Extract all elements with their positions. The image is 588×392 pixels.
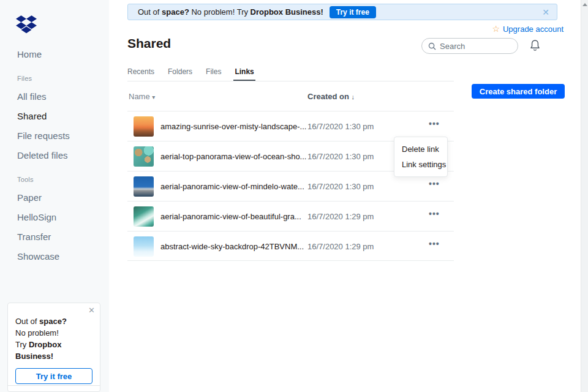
page-title: Shared	[127, 36, 171, 51]
ellipsis-menu-icon[interactable]: •••	[429, 119, 440, 129]
main-content: Out of space? No problem! Try Dropbox Bu…	[109, 0, 581, 392]
menu-item-delete-link[interactable]: Delete link	[394, 141, 447, 157]
caret-down-icon: ▾	[152, 94, 155, 100]
search-box[interactable]	[421, 38, 518, 54]
tab-recents[interactable]: Recents	[127, 67, 154, 76]
sidebar-item-file-requests[interactable]: File requests	[17, 130, 70, 141]
created-date: 16/7/2020 1:29 pm	[307, 242, 374, 251]
sidebar-item-transfer[interactable]: Transfer	[17, 232, 51, 242]
file-name[interactable]: amazing-sunrise-over-misty-landscape-...	[160, 122, 306, 131]
created-date: 16/7/2020 1:30 pm	[307, 182, 374, 191]
vertical-scrollbar[interactable]	[581, 0, 588, 392]
tab-folders[interactable]: Folders	[168, 67, 192, 76]
file-name[interactable]: abstract-wide-sky-backdrop-42TBVNM...	[160, 242, 304, 251]
table-header: Name ▾ Created on ↓	[127, 81, 454, 111]
star-icon: ☆	[492, 24, 500, 34]
beach-aerial-thumbnail	[134, 206, 154, 227]
created-date: 16/7/2020 1:30 pm	[307, 152, 374, 161]
link-context-menu: Delete link Link settings	[394, 137, 448, 177]
sidebar-item-all-files[interactable]: All files	[17, 91, 47, 102]
sidebar-section-files-label: Files	[17, 75, 32, 82]
sunset-landscape-thumbnail	[134, 116, 154, 137]
sidebar-item-showcase[interactable]: Showcase	[17, 251, 59, 262]
ellipsis-menu-icon[interactable]: •••	[429, 239, 440, 249]
ocean-shore-aerial-thumbnail	[134, 146, 154, 167]
search-icon	[428, 42, 436, 50]
sidebar-item-home[interactable]: Home	[17, 49, 42, 59]
upgrade-banner: Out of space? No problem! Try Dropbox Bu…	[127, 4, 557, 20]
file-name[interactable]: aerial-panoramic-view-of-beautiful-gra..…	[160, 212, 301, 221]
name-column-header[interactable]: Name ▾	[129, 92, 155, 101]
created-date: 16/7/2020 1:30 pm	[307, 122, 374, 131]
upgrade-account-label: Upgrade account	[503, 24, 564, 34]
sidebar-item-paper[interactable]: Paper	[17, 192, 42, 203]
sort-arrow-down-icon: ↓	[352, 93, 355, 100]
table-row[interactable]: aerial-panoramic-view-of-beautiful-gra..…	[127, 201, 454, 231]
created-date: 16/7/2020 1:29 pm	[307, 212, 374, 221]
sky-backdrop-thumbnail	[134, 236, 154, 257]
upgrade-account-link[interactable]: ☆ Upgrade account	[492, 24, 564, 34]
try-it-free-button[interactable]: Try it free	[15, 368, 92, 384]
close-icon[interactable]: ✕	[542, 7, 549, 17]
sidebar-item-deleted-files[interactable]: Deleted files	[17, 150, 68, 160]
try-it-free-banner-button[interactable]: Try it free	[330, 6, 376, 18]
shared-tabs: Recents Folders Files Links	[127, 67, 254, 76]
ellipsis-menu-icon[interactable]: •••	[429, 179, 440, 189]
banner-text: Out of space? No problem! Try Dropbox Bu…	[138, 7, 323, 17]
dropbox-logo-icon[interactable]	[16, 15, 37, 36]
file-name[interactable]: aerial-top-panorama-view-of-ocean-sho...	[160, 152, 306, 161]
sidebar-divider	[7, 385, 100, 386]
search-input[interactable]	[440, 42, 507, 51]
sidebar-item-shared[interactable]: Shared	[17, 111, 47, 121]
mindelo-waterfront-thumbnail	[134, 176, 154, 197]
create-shared-folder-button[interactable]: Create shared folder	[472, 84, 565, 99]
menu-item-link-settings[interactable]: Link settings	[394, 157, 447, 172]
sidebar: Home Files All files Shared File request…	[0, 0, 109, 392]
promo-text-line2: No problem!	[15, 327, 92, 339]
sidebar-section-tools-label: Tools	[17, 176, 34, 183]
file-name[interactable]: aerial-panoramic-view-of-mindelo-wate...	[160, 182, 304, 191]
tab-files[interactable]: Files	[206, 67, 221, 76]
tab-links[interactable]: Links	[235, 67, 254, 76]
promo-text-line3: Try Dropbox Business!	[15, 339, 92, 362]
sidebar-item-hellosign[interactable]: HelloSign	[17, 212, 56, 222]
close-icon[interactable]: ✕	[88, 306, 95, 315]
scroll-up-arrow-icon[interactable]	[582, 3, 587, 6]
upgrade-promo-card: ✕ Out of space? No problem! Try Dropbox …	[7, 303, 100, 392]
promo-text-line1: Out of space?	[15, 315, 92, 327]
notifications-bell-icon[interactable]	[530, 39, 540, 54]
ellipsis-menu-icon[interactable]: •••	[429, 209, 440, 219]
table-row[interactable]: abstract-wide-sky-backdrop-42TBVNM... 16…	[127, 231, 454, 261]
created-on-column-header[interactable]: Created on ↓	[307, 92, 355, 101]
